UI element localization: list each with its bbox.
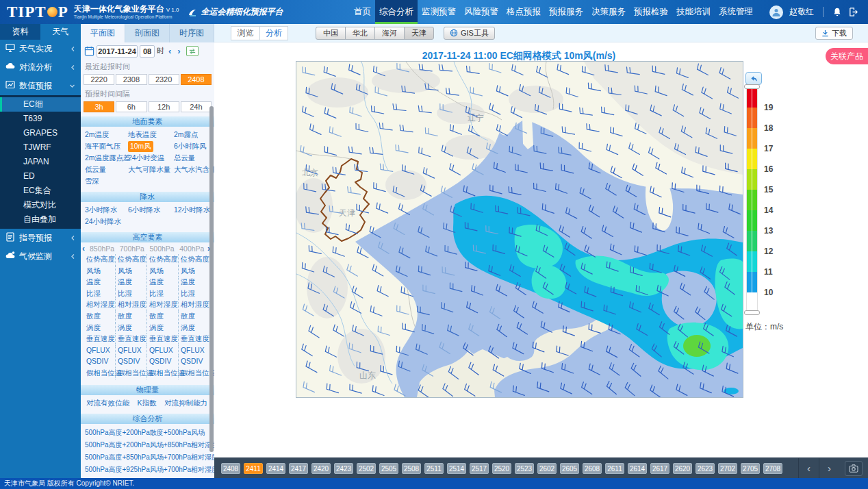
time-step-2623[interactable]: 2623 xyxy=(695,463,715,474)
time-step-2608[interactable]: 2608 xyxy=(583,463,602,474)
nav-item-首页[interactable]: 首页 xyxy=(350,0,375,24)
region-button-中国[interactable]: 中国 xyxy=(316,27,346,40)
related-products-button[interactable]: 关联产品 xyxy=(826,48,868,64)
time-step-2520[interactable]: 2520 xyxy=(492,463,511,474)
surface-item-低云量[interactable]: 低云量 xyxy=(85,164,128,175)
surface-item-地表温度[interactable]: 地表温度 xyxy=(128,129,174,140)
time-step-2517[interactable]: 2517 xyxy=(470,463,489,474)
surface-item-2m露点[interactable]: 2m露点 xyxy=(174,129,214,140)
upper-item-850hPa-风场[interactable]: 风场 xyxy=(86,266,118,277)
time-step-2611[interactable]: 2611 xyxy=(605,463,624,474)
region-button-海河[interactable]: 海河 xyxy=(374,27,405,40)
init-time-2308[interactable]: 2308 xyxy=(116,74,146,85)
upper-item-500hPa-位势高度[interactable]: 位势高度 xyxy=(146,254,181,266)
refresh-button[interactable] xyxy=(186,46,199,56)
sidebar-tab-天气[interactable]: 天气 xyxy=(40,24,81,40)
time-step-2602[interactable]: 2602 xyxy=(537,463,557,474)
time-step-2502[interactable]: 2502 xyxy=(357,463,376,474)
upper-item-700hPa-QFLUX[interactable]: QFLUX xyxy=(115,345,149,357)
sidebar-subitem-ED[interactable]: ED xyxy=(0,169,81,184)
time-step-2705[interactable]: 2705 xyxy=(741,463,760,474)
upper-item-850hPa-相对湿度[interactable]: 相对湿度 xyxy=(86,299,118,311)
interval-6h[interactable]: 6h xyxy=(116,101,146,112)
weather-map[interactable]: 辽宁北京天津山东 xyxy=(296,61,743,398)
time-step-2614[interactable]: 2614 xyxy=(628,463,647,474)
upper-item-700hPa-相对湿度[interactable]: 相对湿度 xyxy=(115,299,149,311)
surface-item-大气水汽含量[interactable]: 大气水汽含量 xyxy=(174,164,214,175)
precip-item-3小时降水[interactable]: 3小时降水 xyxy=(85,204,128,216)
physics-item-对流有效位能[interactable]: 对流有效位能 xyxy=(86,399,129,408)
nav-item-预报服务[interactable]: 预报服务 xyxy=(545,0,587,24)
upper-item-700hPa-温度[interactable]: 温度 xyxy=(115,277,149,288)
panel-tab-剖面图[interactable]: 剖面图 xyxy=(125,24,170,42)
sidebar-tab-资料[interactable]: 资料 xyxy=(0,24,40,40)
next-time-button[interactable]: › xyxy=(175,46,182,56)
interval-24h[interactable]: 24h xyxy=(181,101,212,112)
panel-tab-平面图[interactable]: 平面图 xyxy=(81,24,125,42)
upper-item-700hPa-散度[interactable]: 散度 xyxy=(115,311,149,323)
sidebar-subitem-EC集合[interactable]: EC集合 xyxy=(0,184,81,198)
surface-item-海平面气压[interactable]: 海平面气压 xyxy=(85,140,128,152)
nav-item-决策服务[interactable]: 决策服务 xyxy=(587,0,630,24)
surface-item-雪深[interactable]: 雪深 xyxy=(85,175,128,187)
timebar-prev-button[interactable]: ‹ xyxy=(798,458,819,479)
upper-item-500hPa-比湿[interactable]: 比湿 xyxy=(146,288,181,300)
date-input[interactable]: 2017-11-24 xyxy=(97,45,138,58)
upper-item-700hPa-风场[interactable]: 风场 xyxy=(115,266,149,277)
sidebar-item-天气实况[interactable]: 天气实况 xyxy=(0,40,81,58)
sidebar-subitem-TJWRF[interactable]: TJWRF xyxy=(0,140,81,155)
time-step-2508[interactable]: 2508 xyxy=(402,463,421,474)
upper-item-850hPa-温度[interactable]: 温度 xyxy=(86,277,118,288)
time-step-2417[interactable]: 2417 xyxy=(289,463,308,474)
time-step-2408[interactable]: 2408 xyxy=(221,463,240,474)
init-time-2320[interactable]: 2320 xyxy=(149,74,179,85)
time-step-2617[interactable]: 2617 xyxy=(650,463,669,474)
time-step-2420[interactable]: 2420 xyxy=(311,463,331,474)
upper-item-700hPa-位势高度[interactable]: 位势高度 xyxy=(115,254,149,266)
download-button[interactable]: 下载 xyxy=(815,27,853,40)
init-time-2220[interactable]: 2220 xyxy=(84,74,114,85)
upper-item-850hPa-垂直速度[interactable]: 垂直速度 xyxy=(86,334,118,345)
time-step-2414[interactable]: 2414 xyxy=(266,463,285,474)
legend-colorbar[interactable] xyxy=(747,87,757,313)
nav-item-风险预警[interactable]: 风险预警 xyxy=(460,0,502,24)
upper-item-500hPa-相对湿度[interactable]: 相对湿度 xyxy=(146,299,181,311)
sidebar-subitem-EC细[interactable]: EC细 xyxy=(0,97,81,112)
view-tab-分析[interactable]: 分析 xyxy=(259,26,288,40)
panel-scrollbar[interactable] xyxy=(209,106,214,452)
logout-icon[interactable] xyxy=(848,7,858,17)
hour-input[interactable]: 08 xyxy=(140,45,155,58)
composite-item[interactable]: 500hPa高度+200hPa散度+500hPa风场 xyxy=(85,427,214,439)
region-button-天津[interactable]: 天津 xyxy=(404,27,434,40)
surface-item-24小时变温[interactable]: 24小时变温 xyxy=(128,152,174,164)
nav-item-技能培训[interactable]: 技能培训 xyxy=(672,0,715,24)
snapshot-button[interactable] xyxy=(845,461,863,476)
nav-item-综合分析[interactable]: 综合分析 xyxy=(375,0,418,24)
nav-item-格点预报[interactable]: 格点预报 xyxy=(502,0,545,24)
surface-item-大气可降水量[interactable]: 大气可降水量 xyxy=(128,164,174,175)
upper-item-500hPa-QSDIV[interactable]: QSDIV xyxy=(146,356,181,368)
surface-item-2m温度[interactable]: 2m温度 xyxy=(85,129,128,140)
upper-levels-prev[interactable]: ‹ xyxy=(82,244,88,253)
physics-item-对流抑制能力[interactable]: 对流抑制能力 xyxy=(164,399,207,408)
upper-item-500hPa-QFLUX[interactable]: QFLUX xyxy=(146,345,181,357)
surface-item-总云量[interactable]: 总云量 xyxy=(174,152,214,164)
composite-item[interactable]: 500hPa高度+200hPa风场+850hPa相对湿度 xyxy=(85,439,214,451)
precip-item-6小时降水[interactable]: 6小时降水 xyxy=(128,204,174,216)
time-step-2505[interactable]: 2505 xyxy=(379,463,398,474)
time-step-2708[interactable]: 2708 xyxy=(763,463,782,474)
sidebar-item-气候监测[interactable]: 气候监测 xyxy=(0,247,81,266)
region-button-华北[interactable]: 华北 xyxy=(345,27,375,40)
nav-item-监测预警[interactable]: 监测预警 xyxy=(418,0,460,24)
time-step-2411[interactable]: 2411 xyxy=(244,463,263,474)
user-name[interactable]: 赵敬红 xyxy=(789,6,814,18)
upper-item-700hPa-假相当位温[interactable]: 假相当位温 xyxy=(115,368,149,379)
interval-12h[interactable]: 12h xyxy=(149,101,179,112)
time-step-2605[interactable]: 2605 xyxy=(560,463,579,474)
prev-time-button[interactable]: ‹ xyxy=(166,46,173,56)
upper-item-500hPa-垂直速度[interactable]: 垂直速度 xyxy=(146,334,181,345)
upper-item-700hPa-QSDIV[interactable]: QSDIV xyxy=(115,356,149,368)
upper-item-850hPa-比湿[interactable]: 比湿 xyxy=(86,288,118,300)
upper-item-850hPa-QFLUX[interactable]: QFLUX xyxy=(86,345,118,357)
upper-item-850hPa-QSDIV[interactable]: QSDIV xyxy=(86,356,118,368)
